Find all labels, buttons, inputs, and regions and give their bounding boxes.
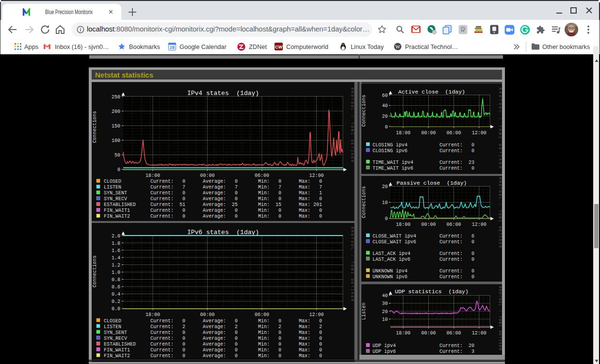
svg-text:06:00: 06:00 bbox=[447, 222, 461, 227]
svg-text:FIN_WAIT1 Current: 0: FIN_WAIT1 Current: 0 Average: 0 Min: 0 M… bbox=[104, 348, 322, 353]
svg-text:RRDTOOL / TOBI OETIKER: RRDTOOL / TOBI OETIKER bbox=[498, 88, 502, 170]
svg-text:0.4: 0.4 bbox=[112, 292, 120, 297]
svg-text:UDP ipv6 Current: UDP ipv6 Current: 3 bbox=[373, 349, 474, 354]
svg-text:30: 30 bbox=[382, 301, 388, 306]
svg-text:SYN_SENT Current: 0: SYN_SENT Current: 0 Average: 0 Min: 0 Ma… bbox=[104, 330, 322, 335]
svg-text:0: 0 bbox=[117, 167, 120, 173]
svg-text:18:00: 18:00 bbox=[396, 330, 410, 335]
svg-text:CLOSE_WAIT ipv4 Current: CLOSE_WAIT ipv4 Current: 6 bbox=[373, 234, 474, 239]
svg-text:SYN_RECV Current: 0: SYN_RECV Current: 0 Average: 0 Min: 0 Ma… bbox=[104, 196, 322, 202]
svg-text:0: 0 bbox=[385, 125, 388, 130]
svg-text:LAST_ACK ipv4 Current: LAST_ACK ipv4 Current: 0 bbox=[373, 251, 474, 256]
svg-text:2.0: 2.0 bbox=[112, 234, 120, 239]
svg-text:Connections: Connections bbox=[92, 111, 97, 143]
svg-text:1.8: 1.8 bbox=[112, 241, 120, 246]
svg-text:0.0: 0.0 bbox=[112, 306, 120, 312]
svg-text:0: 0 bbox=[385, 216, 388, 222]
svg-text:06:00: 06:00 bbox=[447, 130, 461, 136]
svg-text:18:00: 18:00 bbox=[396, 130, 410, 136]
svg-text:06:00: 06:00 bbox=[255, 312, 269, 317]
svg-text:CLOSED Current: 0: CLOSED Current: 0 Average: 0 Min: 0 Max:… bbox=[104, 318, 322, 324]
svg-text:12:00: 12:00 bbox=[472, 130, 486, 136]
svg-text:10: 10 bbox=[382, 200, 388, 206]
svg-text:06:00: 06:00 bbox=[447, 330, 461, 335]
svg-text:Connections: Connections bbox=[92, 255, 97, 287]
svg-text:Listen: Listen bbox=[361, 302, 367, 319]
svg-text:200: 200 bbox=[112, 109, 120, 114]
svg-text:12:00: 12:00 bbox=[309, 312, 324, 317]
svg-text:0.8: 0.8 bbox=[112, 277, 120, 283]
svg-text:RRDTOOL / TOBI OETIKER: RRDTOOL / TOBI OETIKER bbox=[350, 88, 354, 163]
svg-text:18:00: 18:00 bbox=[146, 173, 160, 178]
svg-text:12:00: 12:00 bbox=[472, 330, 486, 335]
svg-text:CLOSE_WAIT ipv6 Current: CLOSE_WAIT ipv6 Current: 0 bbox=[373, 239, 474, 245]
svg-text:1.4: 1.4 bbox=[112, 255, 120, 261]
svg-text:TIME_WAIT ipv6 Current: TIME_WAIT ipv6 Current: 0 bbox=[373, 166, 474, 171]
svg-text:20: 20 bbox=[382, 114, 388, 119]
svg-text:UDP statistics (1day): UDP statistics (1day) bbox=[395, 288, 469, 295]
svg-text:IPv4 states (1day): IPv4 states (1day) bbox=[187, 90, 259, 97]
svg-text:1.2: 1.2 bbox=[112, 263, 120, 268]
svg-text:00:00: 00:00 bbox=[421, 130, 436, 136]
svg-text:Connections: Connections bbox=[361, 186, 367, 218]
svg-text:150: 150 bbox=[112, 124, 120, 129]
svg-text:250: 250 bbox=[112, 95, 120, 100]
svg-text:12:00: 12:00 bbox=[309, 173, 324, 178]
svg-text:20: 20 bbox=[382, 309, 388, 314]
svg-text:100: 100 bbox=[112, 138, 120, 143]
svg-text:18:00: 18:00 bbox=[396, 222, 410, 227]
svg-text:00:00: 00:00 bbox=[421, 222, 436, 227]
svg-text:RRDTOOL / TOBI OETIKER: RRDTOOL / TOBI OETIKER bbox=[498, 286, 502, 351]
svg-text:00:00: 00:00 bbox=[200, 312, 214, 317]
svg-text:?: ? bbox=[433, 31, 436, 35]
svg-text:ESTABLISHED Current: 51: ESTABLISHED Current: 51 Average: 25 Min:… bbox=[104, 202, 322, 207]
svg-text:CW: CW bbox=[275, 45, 282, 49]
svg-text:40: 40 bbox=[382, 293, 388, 299]
svg-text:CLOSING ipv6 Current: CLOSING ipv6 Current: 0 bbox=[373, 148, 474, 154]
svg-text:12:00: 12:00 bbox=[472, 222, 486, 227]
svg-text:LAST_ACK ipv6 Current: LAST_ACK ipv6 Current: 0 bbox=[373, 257, 474, 262]
svg-text:50: 50 bbox=[114, 153, 120, 158]
svg-text:00:00: 00:00 bbox=[421, 330, 436, 335]
svg-text:40: 40 bbox=[382, 103, 388, 109]
svg-text:1.0: 1.0 bbox=[112, 270, 120, 275]
svg-text:00:00: 00:00 bbox=[200, 173, 214, 178]
svg-text:LISTEN Current: 2: LISTEN Current: 2 Average: 2 Min: 2 Max:… bbox=[104, 324, 322, 330]
svg-text:FIN_WAIT2 Current: 0: FIN_WAIT2 Current: 0 Average: 0 Min: 0 M… bbox=[104, 353, 322, 359]
svg-text:SYN_SENT Current: 0: SYN_SENT Current: 0 Average: 0 Min: 0 Ma… bbox=[104, 190, 322, 196]
svg-text:CLOSING ipv4 Current: CLOSING ipv4 Current: 0 bbox=[373, 142, 474, 148]
svg-text:28: 28 bbox=[170, 45, 175, 50]
svg-text:FIN_WAIT1 Current: 0: FIN_WAIT1 Current: 0 Average: 0 Min: 0 M… bbox=[104, 208, 322, 213]
svg-text:UNKNOWN ipv6 Current: UNKNOWN ipv6 Current: 0 bbox=[373, 274, 474, 280]
svg-text:LISTEN Current: 7: LISTEN Current: 7 Average: 7 Min: 7 Max:… bbox=[104, 185, 322, 190]
svg-text:W: W bbox=[395, 44, 400, 49]
svg-text:UDP ipv4 Current: UDP ipv4 Current: 20 bbox=[373, 343, 474, 348]
svg-text:1.6: 1.6 bbox=[112, 248, 120, 253]
svg-text:20: 20 bbox=[382, 184, 388, 190]
svg-text:IPv6 states (1day): IPv6 states (1day) bbox=[187, 229, 259, 236]
svg-text:UNKNOWN ipv4 Current: UNKNOWN ipv4 Current: 0 bbox=[373, 269, 474, 274]
svg-text:CLOSED Current: 0: CLOSED Current: 0 Average: 0 Min: 0 Max:… bbox=[104, 179, 322, 184]
svg-text:TIME_WAIT ipv4 Current: TIME_WAIT ipv4 Current: 23 bbox=[373, 160, 474, 165]
svg-text:0.6: 0.6 bbox=[112, 285, 120, 290]
svg-text:FIN_WAIT2 Current: 0: FIN_WAIT2 Current: 0 Average: 0 Min: 0 M… bbox=[104, 214, 322, 219]
svg-text:Passive close (1day): Passive close (1day) bbox=[397, 180, 467, 186]
svg-text:10: 10 bbox=[382, 317, 388, 322]
svg-text:SYN_RECV Current: 0: SYN_RECV Current: 0 Average: 0 Min: 0 Ma… bbox=[104, 336, 322, 341]
svg-text:ESTABLISHED Current: 0: ESTABLISHED Current: 0 Average: 0 Min: 0… bbox=[104, 342, 322, 347]
svg-text:Connections: Connections bbox=[361, 95, 367, 127]
svg-text:RRDTOOL / TOBI OETIKER: RRDTOOL / TOBI OETIKER bbox=[498, 177, 502, 249]
svg-text:18:00: 18:00 bbox=[146, 312, 160, 317]
svg-text:0.2: 0.2 bbox=[112, 299, 120, 304]
svg-text:06:00: 06:00 bbox=[255, 173, 269, 178]
svg-text:60: 60 bbox=[382, 93, 388, 98]
svg-text:RRDTOOL / TOBI OETIKER: RRDTOOL / TOBI OETIKER bbox=[350, 227, 354, 302]
svg-text:Active close (1day): Active close (1day) bbox=[398, 89, 465, 95]
